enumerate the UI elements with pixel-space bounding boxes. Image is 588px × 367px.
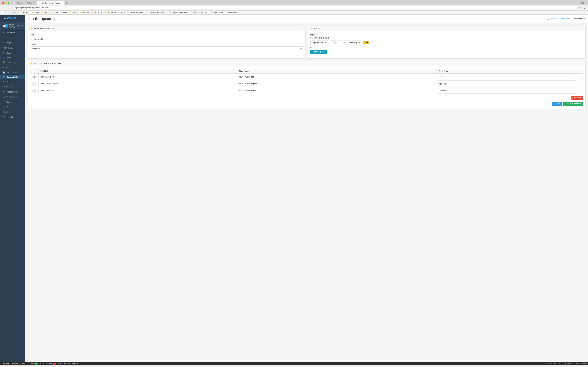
bookmark-making[interactable]: 📄 Making Requests a... [147,11,168,14]
bookmark-learning[interactable]: 📁 Learning [78,11,90,14]
address-bar[interactable] [13,6,578,9]
maximize-window-btn[interactable] [8,2,9,4]
field-expand-btn-2[interactable]: ⌄ [571,82,575,85]
sidebar-item-users[interactable]: 👤 Users [0,51,25,55]
forward-btn[interactable]: › [5,6,8,9]
field-expand-btn-1[interactable]: ⌄ [571,75,575,78]
user-menu[interactable]: SA Super Admin ▾ [5,23,19,28]
sidebar-item-plugins[interactable]: 🔌 Plugins [0,104,25,109]
bookmark-relax[interactable]: 📁 Relax [31,11,40,14]
exceptions-label[interactable]: Exceptions [19,363,28,364]
add-field-btn[interactable]: Add field [571,96,583,100]
close-window-btn[interactable] [2,2,4,4]
queries-label[interactable]: Queries [46,363,52,364]
field-type-cell: repeater ⌄ [437,87,577,94]
condition-op-select[interactable]: is equal to is not equal to [329,41,346,45]
bookmark-bootstrap[interactable]: 📄 Bootstrap flat them... [190,11,210,14]
bookmark-mail[interactable]: 📧 Mail [12,11,19,14]
browser-chrome: 📄 CMS pages | WebEd × 📄 Edit field group… [0,0,588,15]
sidebar-item-permissions[interactable]: 🔐 Permissions [0,60,25,65]
sidebar-item-dashboard[interactable]: ⊞ Dashboard [0,30,25,35]
sidebar-item-medias[interactable]: 📄 Medias & Files [0,70,25,75]
condition-value-select[interactable]: Homepage About Contact [347,41,362,45]
breadcrumb-home-link[interactable]: WebEd [551,18,557,20]
bookmark-baiviet[interactable]: 📁 Bài viết hay [90,11,104,14]
field-table: Field Label Field Name Field Type 1 How … [30,69,583,94]
rules-condition-row: Page template Post type User role is equ… [310,41,583,45]
bookmarks-bar: Apps G 📧 Mail 📁 Develop 📁 Relax 📁 Tâm lý… [0,10,588,15]
sidebar-item-pages[interactable]: □ Pages [0,41,25,45]
settings-btn[interactable]: ⋮ [583,6,587,9]
reload-btn[interactable]: ↻ [9,6,12,9]
response-time: 138ms [581,363,586,364]
timeline-label[interactable]: Timeline [11,363,17,364]
sidebar-item-label-dashboard: Dashboard [6,32,16,34]
row-num-cell: 2 [30,80,39,87]
bookmark-films[interactable]: 📁 Films [117,11,126,14]
custom-fields-icon: ✎ [2,76,5,78]
status-select[interactable]: Activated Deactivated [30,47,303,51]
menu-toggle-btn[interactable]: ☰ [2,24,5,27]
request-label[interactable]: Request [71,363,78,364]
title-input[interactable] [30,37,303,41]
user-label: Tedozi [581,2,587,4]
sidebar-item-themes[interactable]: ◫ Themes [0,115,25,119]
bookmark-server[interactable]: 📁 Server [69,11,78,14]
condition-type-select[interactable]: Page template Post type User role [310,41,328,45]
browser-actions: ☆ ⋮ [578,6,587,9]
bookmark-svg[interactable]: 📄 svg text part 2 :v [225,11,241,14]
show-field-group-label: Show this field group if [310,37,583,39]
views-count: 14 [35,363,38,365]
sidebar-brand: LaraWebEd [0,15,25,22]
field-expand-btn-3[interactable]: ⌄ [571,89,575,92]
route-label[interactable]: Route [40,363,44,364]
top-panels-row: ⚡ BASIC INFORMATION − Title * Status * [28,25,586,58]
field-group-panel-body: Field Label Field Name Field Type 1 How … [28,66,585,109]
bookmark-g[interactable]: G [8,11,11,14]
tab-close-2[interactable]: × [61,2,62,4]
back-btn[interactable]: ‹ [1,6,4,9]
field-name-cell: how_it_works_steps [237,87,437,94]
content-header: Edit field group #1 🏠 WebEd › Custom fie… [25,15,588,23]
browser-tab-1[interactable]: 📄 CMS pages | WebEd × [12,1,36,5]
bookmark-bikip[interactable]: 📁 Bị kíp [50,11,59,14]
col-field-label: Field Label [39,69,237,74]
new-tab-btn[interactable]: + [65,1,67,4]
breadcrumb-current: Edit field group [573,18,585,20]
browser-tab-2[interactable]: 📄 Edit field group | WebEd × [37,1,64,5]
bookmark-develop[interactable]: 📁 Develop [20,11,30,14]
save-btn[interactable]: ✓ Save [552,102,562,106]
bookmark-apps[interactable]: Apps [1,11,7,14]
bookmark-btn[interactable]: ☆ [578,6,582,9]
bookmark-laravelbeauty[interactable]: 📄 Laravel Beauty: Tim... [168,11,189,14]
rules-panel-header: ⚡ RULES − [308,26,586,31]
sidebar-item-menus[interactable]: ☰ Menus [0,79,25,84]
title-group: Title * [30,34,303,41]
sidebar-item-label-permissions: Permissions [6,61,16,63]
minimize-window-btn[interactable] [5,2,7,4]
breadcrumb-custom-fields-link[interactable]: Custom fields [559,18,570,20]
bookmark-forix[interactable]: 📁 Forix [60,11,68,14]
rules-minimize-btn[interactable]: − [582,27,583,30]
views-label[interactable]: Views [30,363,34,364]
sidebar-item-roles[interactable]: ≡ Roles [0,55,25,60]
sidebar-item-custom-fields[interactable]: ✎ Custom fields [0,75,25,79]
basic-info-minimize-btn[interactable]: − [302,27,303,30]
mails-label[interactable]: Mails [58,363,62,364]
share-btn[interactable]: ⤢ [21,24,23,27]
save-continue-btn[interactable]: ✓ Save & continue [563,102,583,106]
messages-label[interactable]: Messages [2,363,9,364]
username: Super Admin [9,23,17,28]
bookmark-laravel[interactable]: 📄 Laravel: Best Practi... [126,11,147,14]
bookmark-tamlý[interactable]: 📁 Tâm lý [40,11,50,14]
session-label[interactable]: Session [64,363,70,364]
bookmark-goodcss[interactable]: 📁 Good CSS [104,11,117,14]
sidebar-item-core-modules[interactable]: ⊡ Core modules [0,100,25,104]
user-acl-section-label: User & ACL [0,46,25,50]
row-number-3: 3 [32,89,37,93]
tab-close-1[interactable]: × [33,2,34,4]
sidebar-item-configurations[interactable]: ⚙ Configurations ‹ [0,90,25,94]
add-rule-group-btn[interactable]: Add rule group [310,50,327,54]
field-table-head: Field Label Field Name Field Type [30,69,583,74]
bookmark-works[interactable]: 📄 Works – wrk [210,11,224,14]
